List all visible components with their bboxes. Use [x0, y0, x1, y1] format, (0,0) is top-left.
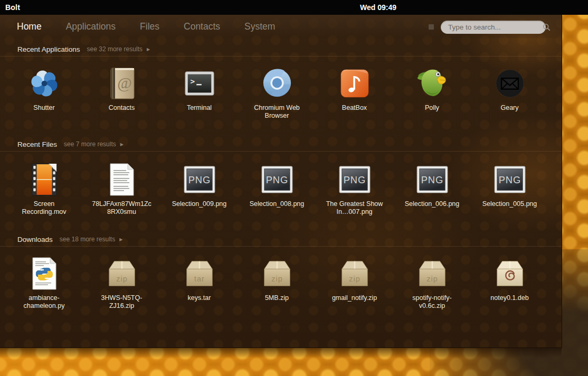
item-label: gmail_notify.zip: [324, 294, 386, 302]
chromium-icon: [260, 67, 294, 100]
address-book-icon: @: [105, 67, 139, 100]
app-item-shutter[interactable]: Shutter: [5, 67, 83, 120]
item-label: Screen Recording.mov: [13, 200, 75, 217]
section-header-recent-applications: Recent Applications see 32 more results …: [0, 42, 562, 57]
expand-arrow-icon[interactable]: ▶: [147, 47, 150, 52]
search-input[interactable]: [447, 23, 543, 32]
png-image-icon: PNG: [183, 163, 216, 196]
item-label: Chromium Web Browser: [246, 104, 308, 120]
tab-contacts[interactable]: Contacts: [184, 21, 220, 32]
expand-arrow-icon[interactable]: ▶: [119, 237, 122, 242]
section-title: Recent Files: [17, 140, 57, 148]
item-label: The Greatest Show In…007.png: [324, 200, 386, 217]
zip-archive-icon: zip: [415, 257, 449, 290]
section-header-downloads: Downloads see 18 more results ▶: [0, 232, 562, 247]
tar-archive-icon: tar: [183, 257, 216, 290]
geary-envelope-icon: [493, 67, 527, 100]
download-item-tar[interactable]: tar keys.tar: [160, 257, 238, 311]
item-label: keys.tar: [168, 294, 231, 302]
png-image-icon: PNG: [260, 163, 294, 196]
see-more-results-link[interactable]: see 18 more results: [60, 236, 115, 243]
svg-text:zip: zip: [426, 275, 438, 283]
item-label: 5MB.zip: [246, 294, 308, 302]
item-label: Shutter: [13, 104, 75, 112]
top-system-bar: Bolt Wed 09:49: [0, 0, 588, 15]
download-item-zip[interactable]: zip gmail_notify.zip: [316, 257, 393, 311]
terminal-icon: >: [183, 67, 216, 100]
tab-home[interactable]: Home: [17, 21, 42, 32]
item-label: notey0.1.deb: [479, 294, 541, 302]
item-label: 3HWS-N5TQ-ZJ16.zip: [91, 294, 153, 311]
item-label: BeatBox: [324, 104, 386, 112]
dash-indicator-icon: [429, 24, 434, 30]
video-film-icon: [27, 163, 61, 196]
app-menu-title[interactable]: Bolt: [5, 3, 20, 12]
svg-text:tar: tar: [194, 275, 205, 283]
item-label: spotify-notify-v0.6c.zip: [401, 294, 463, 311]
item-label: Selection_009.png: [168, 200, 231, 208]
zip-archive-icon: zip: [338, 257, 372, 290]
download-item-zip[interactable]: zip spotify-notify-v0.6c.zip: [393, 257, 471, 311]
file-item-screen-recording[interactable]: Screen Recording.mov: [5, 163, 83, 217]
svg-text:PNG: PNG: [188, 174, 211, 185]
file-item-png[interactable]: PNG Selection_006.png: [393, 163, 471, 217]
deb-package-icon: [493, 257, 527, 290]
svg-text:zip: zip: [116, 275, 127, 283]
section-header-recent-files: Recent Files see 7 more results ▶: [0, 137, 562, 152]
tab-applications[interactable]: Applications: [66, 21, 116, 32]
clock[interactable]: Wed 09:49: [360, 3, 396, 12]
item-label: Terminal: [168, 104, 231, 112]
text-document-icon: [105, 163, 139, 196]
expand-arrow-icon[interactable]: ▶: [120, 142, 124, 147]
search-box[interactable]: [441, 21, 546, 34]
item-label: Selection_008.png: [246, 200, 308, 208]
download-item-deb[interactable]: notey0.1.deb: [471, 257, 548, 311]
polly-parrot-icon: [415, 67, 449, 100]
tab-files[interactable]: Files: [140, 21, 159, 32]
download-item-zip[interactable]: zip 3HWS-N5TQ-ZJ16.zip: [83, 257, 160, 311]
app-item-chromium[interactable]: Chromium Web Browser: [238, 67, 316, 120]
section-title: Downloads: [17, 236, 53, 243]
dash-tab-bar: Home Applications Files Contacts System: [0, 15, 562, 38]
shutter-icon: [27, 67, 61, 100]
file-item-png[interactable]: PNG The Greatest Show In…007.png: [316, 163, 393, 217]
png-image-icon: PNG: [493, 163, 527, 196]
app-item-beatbox[interactable]: BeatBox: [316, 67, 393, 120]
file-item-png[interactable]: PNG Selection_008.png: [238, 163, 316, 217]
download-item-python[interactable]: ambiance-chameleon.py: [5, 257, 83, 311]
search-icon: [543, 23, 551, 31]
download-item-zip[interactable]: zip 5MB.zip: [238, 257, 316, 311]
python-script-icon: [27, 257, 61, 290]
svg-text:@: @: [117, 74, 132, 92]
item-label: Polly: [401, 104, 463, 112]
downloads-grid: ambiance-chameleon.py zip 3HWS-N5TQ-ZJ16…: [5, 257, 557, 311]
item-label: Contacts: [91, 104, 153, 112]
tab-system[interactable]: System: [244, 21, 275, 32]
item-label: Geary: [479, 104, 541, 112]
svg-text:zip: zip: [349, 275, 360, 283]
item-label: Selection_006.png: [401, 200, 463, 208]
item-label: ambiance-chameleon.py: [13, 294, 75, 311]
svg-text:>: >: [190, 77, 195, 86]
file-item-png[interactable]: PNG Selection_009.png: [160, 163, 238, 217]
wallpaper-bottom-shade: [0, 347, 562, 358]
dash-panel: Home Applications Files Contacts System …: [0, 15, 562, 348]
zip-archive-icon: zip: [260, 257, 294, 290]
recent-applications-grid: Shutter @ Contacts: [5, 67, 557, 120]
see-more-results-link[interactable]: see 7 more results: [64, 140, 116, 148]
app-item-polly[interactable]: Polly: [393, 67, 471, 120]
section-title: Recent Applications: [17, 45, 80, 53]
item-label: Selection_005.png: [479, 200, 541, 208]
zip-archive-icon: zip: [105, 257, 139, 290]
item-label: 78LJFAxn87Wm1Zc8RX0smu: [91, 200, 153, 217]
app-item-geary[interactable]: Geary: [471, 67, 548, 120]
svg-text:zip: zip: [271, 275, 282, 283]
file-item-text-document[interactable]: 78LJFAxn87Wm1Zc8RX0smu: [83, 163, 160, 217]
recent-files-grid: Screen Recording.mov 78LJFAxn87Wm1Zc8RX0: [5, 163, 557, 217]
app-item-terminal[interactable]: > Terminal: [160, 67, 238, 120]
file-item-png[interactable]: PNG Selection_005.png: [471, 163, 548, 217]
svg-text:PNG: PNG: [343, 174, 366, 185]
see-more-results-link[interactable]: see 32 more results: [87, 45, 143, 53]
svg-text:PNG: PNG: [421, 174, 443, 185]
app-item-contacts[interactable]: @ Contacts: [83, 67, 160, 120]
